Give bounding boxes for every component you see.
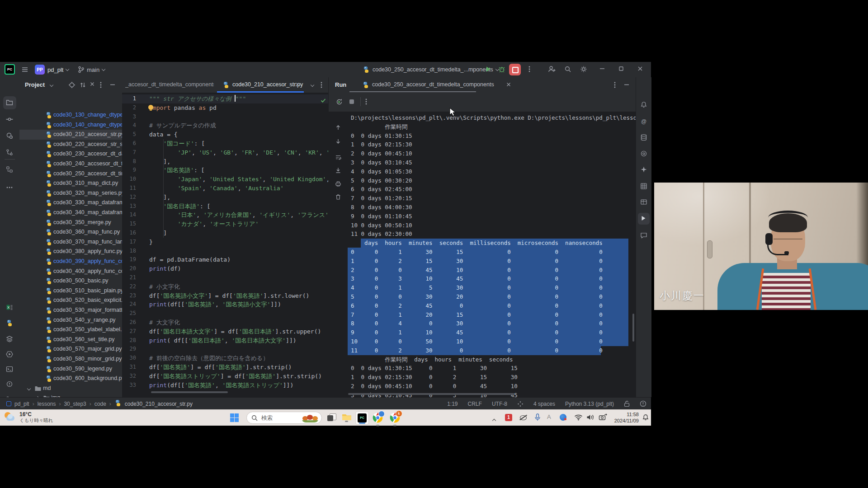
file-explorer-button[interactable] xyxy=(342,413,352,423)
console-line-0[interactable]: D:\projects\lessons\pd_plt\.venv\Scripts… xyxy=(329,113,636,122)
console-gutter-up-icon[interactable] xyxy=(335,124,341,132)
editor-line-16[interactable]: 16 ] xyxy=(122,229,328,238)
console-line-16[interactable]: 1 0 2 15 30 0 0 0 xyxy=(329,257,636,266)
console-line-4[interactable]: 2 0 days 00:45:10 xyxy=(329,149,636,158)
console-line-24[interactable]: 9 0 1 10 45 0 0 0 xyxy=(329,328,636,337)
console-line-1[interactable]: 作業時間 xyxy=(329,122,636,131)
console-line-10[interactable]: 8 0 days 04:00:30 xyxy=(329,203,636,212)
editor-line-33[interactable]: 33print(df[['国名英語', '国名英語ストリップ']]) xyxy=(122,381,328,390)
tree-item-code30_350_merge.py[interactable]: code30_350_merge.py xyxy=(19,218,122,228)
tree-item-code30_550_ylabel_xlabel.py[interactable]: code30_550_ylabel_xlabel.py xyxy=(19,325,122,335)
services-icon[interactable] xyxy=(6,335,13,344)
tray-app-ball-icon[interactable] xyxy=(560,414,566,421)
debug-button[interactable] xyxy=(498,66,505,73)
pull-requests-icon[interactable] xyxy=(6,149,13,158)
tree-item-code30_130_change_dtype.py[interactable]: code30_130_change_dtype.py xyxy=(19,110,122,120)
main-menu-icon[interactable] xyxy=(21,66,28,73)
expand-collapse-icon[interactable] xyxy=(80,81,86,89)
editor-line-12[interactable]: 12 ], xyxy=(122,193,328,202)
tree-item-code30_570_major_grid.py[interactable]: code30_570_major_grid.py xyxy=(19,344,122,354)
editor-line-23[interactable]: 23df['国名英語小文字'] = df['国名英語'].str.lower() xyxy=(122,291,328,300)
editor-line-8[interactable]: 8 ], xyxy=(122,157,328,166)
console-line-11[interactable]: 9 0 days 01:10:45 xyxy=(329,212,636,221)
spreadsheet-icon[interactable]: X xyxy=(6,304,13,313)
search-box[interactable]: 検索 xyxy=(246,412,322,424)
editor-line-6[interactable]: 6 '国コード': [ xyxy=(122,139,328,148)
chrome-button-1[interactable] xyxy=(373,413,383,425)
tree-item-code30_220_accesor_str_split.py[interactable]: code30_220_accesor_str_split.py xyxy=(19,140,122,150)
tree-item-code30_240_accsesor_dt_timedelta.py[interactable]: code30_240_accsesor_dt_timedelta.py xyxy=(19,159,122,169)
task-view-button[interactable] xyxy=(327,413,336,422)
console-gutter-scroll-end-icon[interactable] xyxy=(335,167,341,175)
tree-item-code30_360_map_func.py[interactable]: code30_360_map_func.py xyxy=(19,227,122,237)
console-gutter-soft-wrap-icon[interactable] xyxy=(335,154,341,162)
editor-line-26[interactable]: 26# 大文字化 xyxy=(122,318,328,327)
editor-line-5[interactable]: 5data = { xyxy=(122,130,328,139)
editor-line-21[interactable]: 21 xyxy=(122,273,328,282)
indent-setting[interactable]: 4 spaces xyxy=(533,401,555,407)
tray-mic-icon[interactable] xyxy=(534,413,541,422)
commit-icon[interactable] xyxy=(6,116,13,125)
run-play-icon[interactable] xyxy=(640,215,646,223)
volume-icon[interactable] xyxy=(586,414,594,421)
console-line-21[interactable]: 6 0 2 45 0 0 0 0 xyxy=(329,301,636,310)
console-hscrollbar[interactable] xyxy=(348,393,514,395)
editor-line-10[interactable]: 10 'Japan', 'United States', 'United Kin… xyxy=(122,175,328,184)
table-icon[interactable] xyxy=(640,198,647,207)
hidden-tabs-chevron[interactable] xyxy=(311,83,314,87)
database-icon[interactable] xyxy=(640,134,647,143)
tree-item-code30_310_map_dict.py[interactable]: code30_310_map_dict.py xyxy=(19,178,122,188)
console-line-26[interactable]: 11 0 2 30 0 0 0 0 xyxy=(329,346,636,355)
ai-assistant-icon[interactable]: ? xyxy=(6,132,13,141)
background-tasks-icon[interactable] xyxy=(517,401,524,407)
console-gutter-down-icon[interactable] xyxy=(335,138,341,146)
tree-item-code30_510_basic_plain.py[interactable]: code30_510_basic_plain.py xyxy=(19,286,122,296)
console-line-2[interactable]: 0 0 days 01:30:15 xyxy=(329,131,636,141)
tree-item-code30_320_map_series.py[interactable]: code30_320_map_series.py xyxy=(19,188,122,198)
tree-item-code30_140_change_dtype_timedelta.py[interactable]: code30_140_change_dtype_timedelta.py xyxy=(19,120,122,130)
structure-icon[interactable] xyxy=(6,166,13,175)
run-config-selector[interactable]: code30_250_accesor_dt_timedelta_...mpone… xyxy=(363,65,499,75)
tab-accesor-str[interactable]: code30_210_accesor_str.py xyxy=(217,77,304,93)
console-line-18[interactable]: 3 0 3 10 45 0 0 0 xyxy=(329,274,636,283)
run-tab-label[interactable]: code30_250_accesor_dt_timedelta_componen… xyxy=(372,81,494,88)
editor-line-9[interactable]: 9 '国名英語': [ xyxy=(122,166,328,175)
console-line-9[interactable]: 7 0 days 01:20:15 xyxy=(329,194,636,203)
intention-bulb-icon[interactable] xyxy=(148,105,153,110)
console-line-14[interactable]: days hours minutes seconds milliseconds … xyxy=(329,239,636,248)
editor-line-3[interactable]: 3 xyxy=(122,113,328,122)
console-line-5[interactable]: 3 0 days 03:10:45 xyxy=(329,158,636,167)
editor-line-24[interactable]: 24print(df[['国名英語', '国名英語小文字']]) xyxy=(122,300,328,309)
breadcrumb-item[interactable]: 30_step3 xyxy=(64,401,86,407)
editor-line-30[interactable]: 30# 前後の空白除去（意図的に空白を含める） xyxy=(122,354,328,363)
editor-line-28[interactable]: 28print( df[['国名日本語', '国名日本語大文字']]) xyxy=(122,336,328,345)
line-ending[interactable]: CRLF xyxy=(468,401,482,407)
notification-bell-icon[interactable] xyxy=(642,414,649,421)
project-folder-icon[interactable] xyxy=(6,99,13,108)
editor-line-11[interactable]: 11 'Spain', 'Canada', 'Australia' xyxy=(122,184,328,193)
editor-line-27[interactable]: 27df['国名日本語大文字'] = df['国名日本語'].str.upper… xyxy=(122,327,328,336)
tree-item-img[interactable]: img xyxy=(19,393,122,397)
run-options-icon[interactable] xyxy=(613,81,616,89)
console-gutter-trash-icon[interactable] xyxy=(335,194,341,202)
pycharm-taskbar-button[interactable]: PC xyxy=(355,411,369,425)
console-line-17[interactable]: 2 0 0 45 10 0 0 0 xyxy=(329,266,636,275)
editor-line-22[interactable]: 22# 小文字化 xyxy=(122,282,328,291)
console-line-12[interactable]: 10 0 days 00:50:10 xyxy=(329,221,636,230)
chrome-button-2[interactable]: k xyxy=(390,413,400,425)
breadcrumb-item[interactable]: code30_210_accesor_str.py xyxy=(125,401,193,407)
add-user-icon[interactable] xyxy=(548,66,556,73)
editor-line-14[interactable]: 14 '日本', 'アメリカ合衆国', 'イギリス', 'フランス', 'ド xyxy=(122,211,328,220)
editor-line-32[interactable]: 32df['国名英語ストリップ'] = df['国名英語'].str.strip… xyxy=(122,372,328,381)
tree-item-code30_580_minor_grid.py[interactable]: code30_580_minor_grid.py xyxy=(19,354,122,364)
tree-item-code30_540_y_range.py[interactable]: code30_540_y_range.py xyxy=(19,315,122,325)
tray-eye-off-icon[interactable] xyxy=(519,414,527,421)
console-line-20[interactable]: 5 0 0 30 20 0 0 0 xyxy=(329,292,636,301)
tree-item-code30_390_apply_func_complex.py[interactable]: code30_390_apply_func_complex.py xyxy=(19,257,122,267)
close-button[interactable] xyxy=(637,66,643,72)
breadcrumb-item[interactable]: pd_plt xyxy=(14,401,29,407)
console-line-22[interactable]: 7 0 1 20 15 0 0 0 xyxy=(329,310,636,319)
tree-item-code30_230_accesor_dt_datetime.py[interactable]: code30_230_accesor_dt_datetime.py xyxy=(19,149,122,159)
tree-item-code30_400_apply_func_complex_lambda.py[interactable]: code30_400_apply_func_complex_lambda.py xyxy=(19,267,122,277)
tree-item-code30_250_accesor_dt_timedelta_components.py[interactable]: code30_250_accesor_dt_timedelta_componen… xyxy=(19,169,122,179)
